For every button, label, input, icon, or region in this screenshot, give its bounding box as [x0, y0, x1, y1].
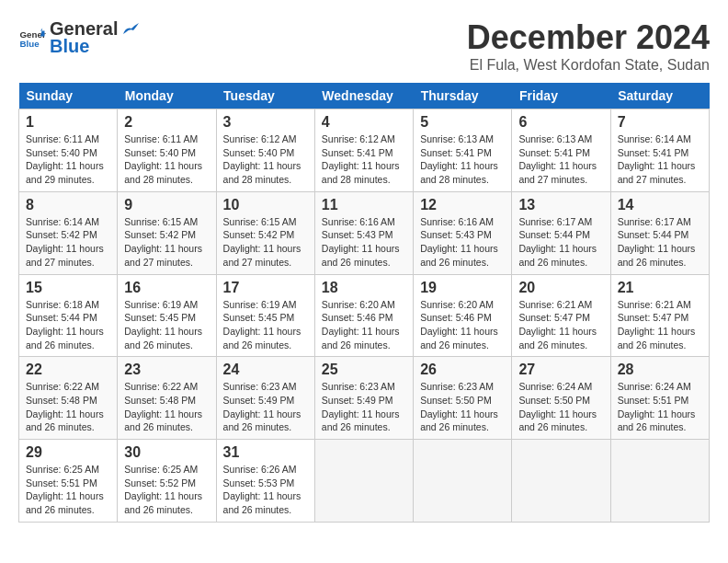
day-number: 27	[518, 362, 603, 378]
day-number: 16	[124, 280, 209, 296]
day-number: 19	[420, 280, 505, 296]
day-number: 6	[518, 114, 603, 131]
day-number: 20	[518, 280, 603, 296]
day-info: Sunrise: 6:15 AM Sunset: 5:42 PM Dayligh…	[124, 215, 209, 270]
day-info: Sunrise: 6:14 AM Sunset: 5:41 PM Dayligh…	[618, 132, 702, 187]
day-number: 31	[223, 444, 308, 461]
day-number: 17	[223, 280, 308, 296]
day-info: Sunrise: 6:18 AM Sunset: 5:44 PM Dayligh…	[26, 298, 110, 352]
day-number: 18	[322, 280, 406, 296]
day-info: Sunrise: 6:11 AM Sunset: 5:40 PM Dayligh…	[26, 132, 110, 187]
day-info: Sunrise: 6:13 AM Sunset: 5:41 PM Dayligh…	[518, 132, 603, 187]
day-info: Sunrise: 6:20 AM Sunset: 5:46 PM Dayligh…	[420, 298, 505, 352]
day-info: Sunrise: 6:22 AM Sunset: 5:48 PM Dayligh…	[124, 380, 209, 434]
day-info: Sunrise: 6:25 AM Sunset: 5:52 PM Dayligh…	[124, 463, 209, 517]
day-info: Sunrise: 6:24 AM Sunset: 5:50 PM Dayligh…	[518, 380, 603, 434]
day-number: 1	[26, 114, 110, 131]
day-cell: 4 Sunrise: 6:12 AM Sunset: 5:41 PM Dayli…	[314, 109, 413, 192]
logo-icon: General Blue	[18, 24, 46, 52]
day-number: 11	[322, 197, 406, 213]
day-number: 10	[223, 197, 308, 213]
day-cell: 13 Sunrise: 6:17 AM Sunset: 5:44 PM Dayl…	[512, 191, 610, 274]
day-header-saturday: Saturday	[610, 83, 709, 109]
day-info: Sunrise: 6:14 AM Sunset: 5:42 PM Dayligh…	[26, 215, 110, 270]
day-cell: 26 Sunrise: 6:23 AM Sunset: 5:50 PM Dayl…	[414, 357, 512, 440]
day-info: Sunrise: 6:23 AM Sunset: 5:49 PM Dayligh…	[223, 380, 308, 434]
day-cell	[414, 440, 512, 523]
day-cell: 11 Sunrise: 6:16 AM Sunset: 5:43 PM Dayl…	[314, 191, 413, 274]
day-header-friday: Friday	[512, 83, 610, 109]
title-area: December 2024 El Fula, West Kordofan Sta…	[467, 18, 710, 74]
day-info: Sunrise: 6:19 AM Sunset: 5:45 PM Dayligh…	[223, 298, 308, 352]
day-cell: 17 Sunrise: 6:19 AM Sunset: 5:45 PM Dayl…	[216, 274, 314, 357]
day-cell: 2 Sunrise: 6:11 AM Sunset: 5:40 PM Dayli…	[118, 109, 216, 192]
day-info: Sunrise: 6:25 AM Sunset: 5:51 PM Dayligh…	[26, 463, 110, 517]
day-number: 21	[618, 280, 702, 296]
day-cell: 7 Sunrise: 6:14 AM Sunset: 5:41 PM Dayli…	[610, 109, 709, 192]
day-cell: 23 Sunrise: 6:22 AM Sunset: 5:48 PM Dayl…	[118, 357, 216, 440]
calendar-table: SundayMondayTuesdayWednesdayThursdayFrid…	[18, 83, 710, 523]
svg-text:Blue: Blue	[20, 39, 40, 49]
day-cell: 9 Sunrise: 6:15 AM Sunset: 5:42 PM Dayli…	[118, 191, 216, 274]
day-cell: 28 Sunrise: 6:24 AM Sunset: 5:51 PM Dayl…	[610, 357, 709, 440]
day-info: Sunrise: 6:19 AM Sunset: 5:45 PM Dayligh…	[124, 298, 209, 352]
day-cell: 27 Sunrise: 6:24 AM Sunset: 5:50 PM Dayl…	[512, 357, 610, 440]
day-cell: 24 Sunrise: 6:23 AM Sunset: 5:49 PM Dayl…	[216, 357, 314, 440]
day-number: 12	[420, 197, 505, 213]
logo-bird-icon	[119, 21, 139, 38]
week-row-3: 15 Sunrise: 6:18 AM Sunset: 5:44 PM Dayl…	[19, 274, 710, 357]
week-row-5: 29 Sunrise: 6:25 AM Sunset: 5:51 PM Dayl…	[19, 440, 710, 523]
day-header-sunday: Sunday	[19, 83, 118, 109]
day-info: Sunrise: 6:22 AM Sunset: 5:48 PM Dayligh…	[26, 380, 110, 434]
day-info: Sunrise: 6:15 AM Sunset: 5:42 PM Dayligh…	[223, 215, 308, 270]
day-cell: 5 Sunrise: 6:13 AM Sunset: 5:41 PM Dayli…	[414, 109, 512, 192]
day-cell: 8 Sunrise: 6:14 AM Sunset: 5:42 PM Dayli…	[19, 191, 118, 274]
day-info: Sunrise: 6:12 AM Sunset: 5:40 PM Dayligh…	[223, 132, 308, 187]
day-cell: 31 Sunrise: 6:26 AM Sunset: 5:53 PM Dayl…	[216, 440, 314, 523]
location-title: El Fula, West Kordofan State, Sudan	[467, 57, 710, 74]
day-cell: 25 Sunrise: 6:23 AM Sunset: 5:49 PM Dayl…	[314, 357, 413, 440]
day-info: Sunrise: 6:13 AM Sunset: 5:41 PM Dayligh…	[420, 132, 505, 187]
day-cell: 12 Sunrise: 6:16 AM Sunset: 5:43 PM Dayl…	[414, 191, 512, 274]
day-header-thursday: Thursday	[414, 83, 512, 109]
day-info: Sunrise: 6:23 AM Sunset: 5:50 PM Dayligh…	[420, 380, 505, 434]
day-cell: 6 Sunrise: 6:13 AM Sunset: 5:41 PM Dayli…	[512, 109, 610, 192]
day-info: Sunrise: 6:20 AM Sunset: 5:46 PM Dayligh…	[322, 298, 406, 352]
day-info: Sunrise: 6:16 AM Sunset: 5:43 PM Dayligh…	[322, 215, 406, 270]
day-cell: 21 Sunrise: 6:21 AM Sunset: 5:47 PM Dayl…	[610, 274, 709, 357]
day-info: Sunrise: 6:21 AM Sunset: 5:47 PM Dayligh…	[518, 298, 603, 352]
day-cell: 3 Sunrise: 6:12 AM Sunset: 5:40 PM Dayli…	[216, 109, 314, 192]
day-number: 30	[124, 444, 209, 461]
day-number: 7	[618, 114, 702, 131]
day-number: 25	[322, 362, 406, 378]
logo: General Blue General Blue	[18, 18, 140, 57]
day-cell: 22 Sunrise: 6:22 AM Sunset: 5:48 PM Dayl…	[19, 357, 118, 440]
day-number: 26	[420, 362, 505, 378]
week-row-1: 1 Sunrise: 6:11 AM Sunset: 5:40 PM Dayli…	[19, 109, 710, 192]
day-cell: 1 Sunrise: 6:11 AM Sunset: 5:40 PM Dayli…	[19, 109, 118, 192]
day-info: Sunrise: 6:23 AM Sunset: 5:49 PM Dayligh…	[322, 380, 406, 434]
day-cell: 16 Sunrise: 6:19 AM Sunset: 5:45 PM Dayl…	[118, 274, 216, 357]
day-number: 29	[26, 444, 110, 461]
day-number: 15	[26, 280, 110, 296]
day-cell: 29 Sunrise: 6:25 AM Sunset: 5:51 PM Dayl…	[19, 440, 118, 523]
day-info: Sunrise: 6:11 AM Sunset: 5:40 PM Dayligh…	[124, 132, 209, 187]
day-info: Sunrise: 6:24 AM Sunset: 5:51 PM Dayligh…	[618, 380, 702, 434]
day-info: Sunrise: 6:26 AM Sunset: 5:53 PM Dayligh…	[223, 463, 308, 517]
day-number: 13	[518, 197, 603, 213]
day-cell	[512, 440, 610, 523]
day-cell: 10 Sunrise: 6:15 AM Sunset: 5:42 PM Dayl…	[216, 191, 314, 274]
day-number: 23	[124, 362, 209, 378]
day-number: 28	[618, 362, 702, 378]
day-cell: 30 Sunrise: 6:25 AM Sunset: 5:52 PM Dayl…	[118, 440, 216, 523]
day-number: 24	[223, 362, 308, 378]
day-header-monday: Monday	[118, 83, 216, 109]
day-cell: 14 Sunrise: 6:17 AM Sunset: 5:44 PM Dayl…	[610, 191, 709, 274]
month-title: December 2024	[467, 18, 710, 57]
day-number: 14	[618, 197, 702, 213]
day-number: 9	[124, 197, 209, 213]
day-header-tuesday: Tuesday	[216, 83, 314, 109]
day-number: 22	[26, 362, 110, 378]
day-cell: 15 Sunrise: 6:18 AM Sunset: 5:44 PM Dayl…	[19, 274, 118, 357]
day-info: Sunrise: 6:17 AM Sunset: 5:44 PM Dayligh…	[618, 215, 702, 270]
